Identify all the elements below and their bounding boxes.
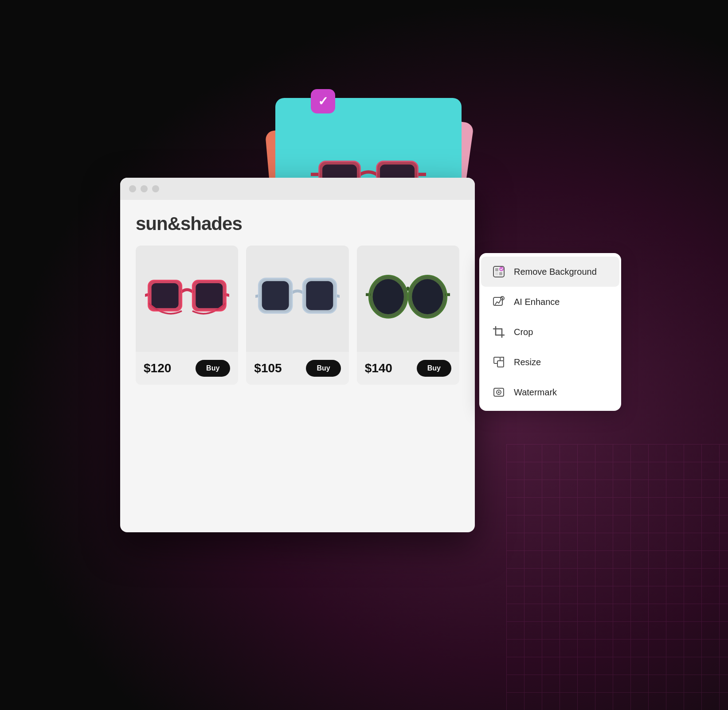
dropdown-menu: Remove Background ✦ AI Enhance — [479, 253, 621, 411]
ai-enhance-icon: ✦ — [492, 295, 506, 309]
svg-point-25 — [373, 279, 404, 314]
product-footer-2: $105 Buy — [246, 352, 348, 385]
resize-label: Resize — [514, 357, 541, 367]
product-card-3: $140 Buy — [357, 246, 459, 385]
product-image-1 — [136, 246, 238, 352]
svg-rect-17 — [262, 281, 289, 310]
traffic-light-3 — [152, 185, 159, 192]
checkbox-badge — [311, 89, 335, 113]
sunglasses-blue-svg — [255, 272, 340, 325]
ai-enhance-label: AI Enhance — [514, 297, 560, 307]
menu-item-remove-bg[interactable]: Remove Background — [481, 257, 619, 287]
svg-rect-35 — [495, 272, 498, 275]
browser-titlebar — [120, 178, 475, 200]
products-grid: $120 Buy — [136, 246, 459, 385]
buy-button-1[interactable]: Buy — [196, 360, 230, 377]
scene: sun&shades — [120, 89, 608, 621]
svg-rect-11 — [196, 283, 223, 308]
product-card-1: $120 Buy — [136, 246, 238, 385]
product-image-2 — [246, 246, 348, 352]
svg-rect-33 — [495, 268, 498, 271]
remove-bg-icon — [492, 265, 506, 279]
sunglasses-pink-svg — [145, 272, 229, 325]
brand-name: sun&shades — [136, 213, 459, 234]
product-footer-1: $120 Buy — [136, 352, 238, 385]
menu-item-resize[interactable]: Resize — [481, 347, 619, 377]
browser-content: sun&shades — [120, 200, 475, 532]
svg-rect-19 — [306, 281, 333, 310]
sunglasses-green-svg — [366, 272, 450, 325]
traffic-light-2 — [141, 185, 148, 192]
product-card-2: $105 Buy — [246, 246, 348, 385]
svg-point-27 — [412, 279, 443, 314]
product-image-3 — [357, 246, 459, 352]
menu-item-ai-enhance[interactable]: ✦ AI Enhance — [481, 287, 619, 317]
resize-icon — [492, 355, 506, 369]
svg-rect-36 — [499, 272, 502, 275]
buy-button-2[interactable]: Buy — [306, 360, 341, 377]
buy-button-3[interactable]: Buy — [417, 360, 451, 377]
svg-point-37 — [499, 267, 504, 271]
crop-label: Crop — [514, 327, 533, 337]
svg-text:✦: ✦ — [501, 297, 504, 300]
browser-window: sun&shades — [120, 178, 475, 532]
product-price-3: $140 — [365, 361, 392, 375]
watermark-label: Watermark — [514, 387, 557, 398]
crop-icon — [492, 325, 506, 339]
svg-rect-45 — [496, 329, 502, 335]
remove-bg-label: Remove Background — [514, 267, 597, 277]
menu-item-watermark[interactable]: Watermark — [481, 377, 619, 407]
product-price-2: $105 — [254, 361, 282, 375]
product-footer-3: $140 Buy — [357, 352, 459, 385]
watermark-icon — [492, 385, 506, 399]
product-price-1: $120 — [144, 361, 171, 375]
svg-rect-47 — [497, 361, 504, 367]
svg-point-52 — [498, 391, 500, 393]
traffic-light-1 — [129, 185, 136, 192]
menu-item-crop[interactable]: Crop — [481, 317, 619, 347]
svg-rect-9 — [151, 283, 178, 308]
